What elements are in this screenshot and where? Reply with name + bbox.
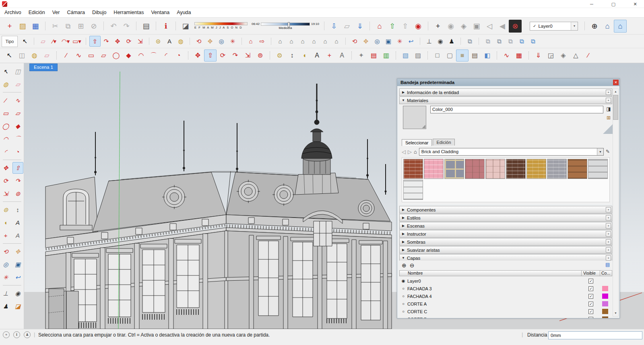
scale[interactable]: ⇲ <box>0 188 11 199</box>
layer-details-icon[interactable]: ▤ <box>605 262 610 267</box>
view-top[interactable]: ⌂ <box>286 36 297 47</box>
orbit[interactable]: ⟲ <box>193 36 204 47</box>
view-right[interactable]: ⌂ <box>308 36 320 47</box>
section-plane-tool[interactable]: ⊕ <box>588 20 601 33</box>
camera-settings[interactable]: ▣ <box>470 20 483 33</box>
from-scratch[interactable]: ▦ <box>513 49 525 62</box>
section-instructor[interactable]: ▶ Instructor × <box>399 230 612 238</box>
menu-item[interactable]: Herramientas <box>110 8 147 17</box>
copy[interactable]: ⧉ <box>62 20 74 33</box>
text[interactable]: A <box>164 36 175 47</box>
look-around[interactable]: ◉ <box>435 36 446 47</box>
tray-scrollbar[interactable]: ▲ ▼ <box>613 88 619 316</box>
material-swatch[interactable] <box>588 159 608 179</box>
shadow-date-slider[interactable]: E F M A M J J A S O N D <box>194 22 248 29</box>
pie[interactable]: ◔ <box>12 146 23 158</box>
solid-trim[interactable]: ⧉ <box>516 36 527 47</box>
collection-dropdown[interactable]: Brick and Cladding ▼ <box>419 148 604 156</box>
scroll-up-icon[interactable]: ▲ <box>613 89 618 94</box>
layers-column-header[interactable]: Nombre Visible Co... <box>399 270 612 276</box>
text[interactable]: A <box>12 217 23 228</box>
layer-radio[interactable] <box>399 317 407 318</box>
open-model[interactable]: ▨ <box>16 20 29 33</box>
eyedropper-icon[interactable]: ✎ <box>606 149 610 154</box>
3d-text[interactable]: A <box>12 230 23 241</box>
solid-subtract[interactable]: ⧉ <box>505 36 516 47</box>
layer-radio[interactable] <box>399 294 407 298</box>
follow-me[interactable]: ↷ <box>101 36 112 47</box>
print[interactable]: ▤ <box>140 20 153 33</box>
get-models[interactable]: ⌂ <box>373 20 386 33</box>
chevron-down-icon[interactable]: ▾ <box>571 22 578 30</box>
column-visible[interactable]: Visible <box>581 271 600 276</box>
save-model[interactable]: ▦ <box>29 20 42 33</box>
interact[interactable]: ✦ <box>355 49 367 62</box>
rectangle[interactable]: ▭ <box>85 49 97 62</box>
scene-tab[interactable]: Escena 1 <box>29 64 58 71</box>
scroll-thumb[interactable] <box>613 95 618 120</box>
position-camera[interactable]: ⊥ <box>0 288 11 299</box>
section-close-icon[interactable]: × <box>606 215 611 220</box>
make-component[interactable]: ◫ <box>16 49 28 62</box>
section-materials[interactable]: ▼ Materiales × <box>399 97 612 104</box>
maximize-button[interactable]: ▢ <box>608 2 619 7</box>
layer-visible-checkbox[interactable] <box>588 302 593 306</box>
smoove[interactable]: ⇓ <box>532 49 545 62</box>
circle[interactable]: ◯ <box>0 120 11 132</box>
zoom-extents-2[interactable]: ✳ <box>394 36 405 47</box>
shadow-date-gradient[interactable] <box>194 22 248 25</box>
section-shadows[interactable]: ▶ Sombras × <box>399 238 612 246</box>
add-layer-button[interactable]: ⊕ <box>402 262 407 269</box>
menu-item[interactable]: Ventana <box>147 8 173 17</box>
section-soften-edges[interactable]: ▶ Suavizar aristas × <box>399 246 612 254</box>
two-point-arc[interactable]: ⌒ <box>12 133 23 145</box>
arc[interactable]: ◠▾ <box>60 36 71 47</box>
layer-color-swatch[interactable] <box>602 316 608 318</box>
layer-row[interactable]: CORTE C <box>399 308 612 315</box>
section-styles[interactable]: ▶ Estilos × <box>399 214 612 222</box>
add-location[interactable]: ⇩ <box>328 20 341 33</box>
orbit-2[interactable]: ⟲ <box>349 36 360 47</box>
material-swatch[interactable] <box>568 159 587 179</box>
layer-color-swatch[interactable] <box>602 278 608 283</box>
section-close-icon[interactable]: × <box>606 98 611 103</box>
view-back[interactable]: ⌂ <box>320 36 331 47</box>
menu-item[interactable]: Ayuda <box>173 8 194 17</box>
line[interactable]: ∕ <box>60 49 72 62</box>
layer-row[interactable]: FACHADA 3 <box>399 285 612 292</box>
xray-mode[interactable]: ▧ <box>399 49 412 62</box>
toggle-terrain[interactable]: ▱ <box>341 20 353 33</box>
pan-2[interactable]: ✥ <box>360 36 372 47</box>
from-contours[interactable]: ∿ <box>500 49 513 62</box>
material-swatch[interactable] <box>526 159 546 179</box>
dimension[interactable]: ↕ <box>12 204 23 216</box>
rotate[interactable]: ⟳ <box>123 36 134 47</box>
section-close-icon[interactable]: × <box>606 223 611 228</box>
material-name-field[interactable]: Color_000 <box>430 106 603 113</box>
component-attributes[interactable]: ▥ <box>380 49 392 62</box>
layer-visible-checkbox[interactable] <box>588 279 593 283</box>
zoom[interactable]: ◎ <box>0 259 11 270</box>
text[interactable]: A <box>311 49 323 62</box>
zoom-2[interactable]: ◎ <box>372 36 383 47</box>
freehand[interactable]: ∿ <box>12 94 23 106</box>
eraser[interactable]: ▱ <box>37 36 49 47</box>
layer-radio[interactable] <box>399 309 407 314</box>
tray-close-icon[interactable]: ✕ <box>613 80 619 85</box>
drape[interactable]: ◈ <box>557 49 570 62</box>
section-close-icon[interactable]: × <box>606 247 611 253</box>
follow-me[interactable]: ↷ <box>12 175 23 187</box>
model-viewport[interactable]: Escena 1 Bandeja predeterminada ✕ ▶ Info… <box>24 63 644 329</box>
solid-intersect[interactable]: ⧉ <box>482 36 493 47</box>
section-plane[interactable]: ◪ <box>12 300 23 312</box>
layer-visible-checkbox[interactable] <box>588 294 593 299</box>
material-swatch[interactable] <box>403 159 423 179</box>
material-swatch[interactable] <box>465 159 485 179</box>
stamp[interactable]: ◲ <box>545 49 557 62</box>
share-model[interactable]: ⇧ <box>386 20 399 33</box>
create-camera[interactable]: + <box>431 20 444 33</box>
back-arrow-icon[interactable]: ◁ <box>402 149 406 155</box>
photo-textures[interactable]: ⇓ <box>353 20 366 33</box>
tape-measure[interactable]: ⊜ <box>0 204 11 216</box>
layer-color-swatch[interactable] <box>602 301 608 306</box>
